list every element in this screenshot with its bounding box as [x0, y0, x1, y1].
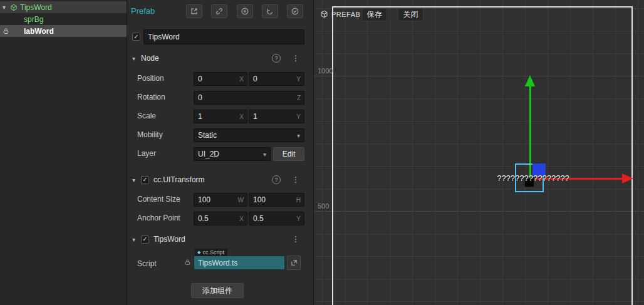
prefab-locate-button[interactable]: [237, 4, 253, 18]
rotation-label: Rotation: [137, 93, 165, 101]
help-icon[interactable]: ?: [272, 175, 281, 184]
tree-item-sprbg[interactable]: sprBg: [0, 13, 127, 25]
script-type-label: cc.Script: [202, 249, 224, 256]
content-size-w-field[interactable]: W: [194, 193, 247, 207]
gizmo-x-arrowhead[interactable]: [622, 173, 633, 184]
asset-diamond-icon: ◆: [197, 250, 200, 255]
unlink-icon: [215, 7, 224, 16]
lock-icon: [184, 259, 191, 267]
scale-label: Scale: [137, 111, 156, 120]
axis-y-suffix: Y: [296, 215, 304, 222]
prefab-badge-label: PREFAB: [331, 11, 360, 18]
content-size-h-field[interactable]: H: [249, 193, 304, 207]
uitransform-enabled-checkbox[interactable]: ✓: [141, 176, 149, 184]
plus-circle-icon: [241, 7, 249, 16]
script-asset-value: TipsWord.ts: [198, 259, 237, 267]
chevron-down-icon[interactable]: ▾: [132, 177, 141, 184]
layer-value: UI_2D: [198, 150, 219, 158]
chevron-down-icon[interactable]: ▾: [3, 4, 10, 11]
prefab-cube-icon: [10, 4, 18, 11]
tree-item-label: labWord: [24, 27, 54, 36]
tipsword-section-title: TipsWord: [153, 235, 185, 244]
tree-item-label: sprBg: [24, 15, 43, 24]
position-x-field[interactable]: X: [194, 72, 247, 86]
chevron-down-icon: ▾: [297, 132, 300, 139]
chevron-down-icon: ▾: [263, 151, 266, 158]
check-icon: ✓: [142, 236, 147, 242]
axis-x-suffix: X: [239, 215, 247, 222]
asset-picker-button[interactable]: [287, 256, 301, 270]
prefab-edit-button[interactable]: [186, 4, 202, 18]
content-size-h-input[interactable]: [249, 195, 296, 204]
select-asset-icon: [290, 259, 298, 267]
help-icon[interactable]: ?: [272, 54, 281, 63]
anchor-y-input[interactable]: [249, 214, 296, 223]
node-active-checkbox[interactable]: ✓: [132, 33, 140, 41]
position-y-input[interactable]: [249, 75, 296, 83]
position-y-field[interactable]: Y: [249, 72, 304, 86]
layer-edit-button[interactable]: Edit: [273, 147, 304, 161]
content-size-label: Content Size: [137, 195, 180, 204]
anchor-x-field[interactable]: X: [194, 212, 247, 225]
tipsword-section-header[interactable]: ▾ ✓ TipsWord ⋮: [127, 232, 313, 246]
menu-dots-icon[interactable]: ⋮: [292, 54, 299, 63]
position-x-input[interactable]: [194, 75, 239, 83]
add-component-button[interactable]: 添加组件: [191, 283, 244, 298]
tree-item-labword[interactable]: labWord: [0, 25, 127, 37]
prefab-unlink-button[interactable]: [211, 4, 227, 18]
tipsword-enabled-checkbox[interactable]: ✓: [141, 235, 149, 244]
inspector-panel: Prefab ✓ ▾ Node ? ⋮ Position: [127, 0, 314, 305]
chevron-down-icon[interactable]: ▾: [132, 236, 141, 243]
labword-scene-text[interactable]: ????????????????: [489, 173, 577, 183]
scale-y-input[interactable]: [249, 112, 296, 121]
prefab-apply-button[interactable]: [287, 4, 303, 18]
uitransform-section-title: cc.UITransform: [153, 175, 205, 184]
scale-y-field[interactable]: Y: [249, 110, 304, 123]
anchor-x-input[interactable]: [194, 214, 239, 223]
hierarchy-panel: ▾ TipsWord sprBg labWord: [0, 0, 127, 305]
axis-z-suffix: Z: [297, 95, 304, 101]
scene-view[interactable]: 1000 500 PREFAB 保存 关闭 ????????????????: [314, 0, 644, 305]
uitransform-section-header[interactable]: ▾ ✓ cc.UITransform ? ⋮: [127, 173, 313, 187]
content-size-w-input[interactable]: [194, 195, 238, 204]
node-section-header[interactable]: ▾ Node ? ⋮: [127, 51, 313, 65]
prefab-section-label: Prefab: [131, 6, 155, 16]
axis-w-suffix: W: [238, 197, 247, 204]
mobility-select[interactable]: Static ▾: [194, 128, 304, 142]
menu-dots-icon[interactable]: ⋮: [292, 235, 299, 244]
ruler-label-500: 500: [318, 202, 329, 210]
scale-x-field[interactable]: X: [194, 110, 247, 123]
layer-select[interactable]: UI_2D ▾: [194, 147, 271, 161]
check-icon: ✓: [133, 34, 138, 40]
canvas-border: [332, 6, 633, 305]
close-button[interactable]: 关闭: [398, 8, 423, 21]
rotation-z-field[interactable]: Z: [194, 91, 304, 105]
node-name-field[interactable]: [143, 29, 304, 44]
script-asset-field[interactable]: TipsWord.ts: [194, 256, 285, 270]
anchor-point-label: Anchor Point: [137, 214, 180, 222]
node-name-input[interactable]: [144, 33, 304, 41]
axis-x-suffix: X: [239, 76, 247, 83]
tree-item-tipsword[interactable]: ▾ TipsWord: [0, 1, 127, 13]
node-section-title: Node: [141, 54, 159, 63]
anchor-y-field[interactable]: Y: [249, 212, 304, 225]
gizmo-y-arrowhead[interactable]: [525, 75, 535, 86]
chevron-down-icon[interactable]: ▾: [132, 55, 141, 62]
lock-icon[interactable]: [3, 28, 9, 34]
add-component-label: 添加组件: [202, 286, 232, 296]
check-icon: ✓: [142, 177, 147, 183]
save-label: 保存: [367, 9, 382, 20]
prefab-revert-button[interactable]: [262, 4, 278, 18]
axis-y-suffix: Y: [296, 76, 304, 83]
script-type-tag: ◆ cc.Script: [195, 249, 227, 256]
layer-label: Layer: [137, 149, 156, 158]
scale-x-input[interactable]: [194, 112, 239, 121]
save-button[interactable]: 保存: [361, 8, 387, 21]
ruler-label-1000: 1000: [318, 67, 333, 75]
menu-dots-icon[interactable]: ⋮: [292, 175, 299, 184]
open-external-icon: [190, 7, 199, 16]
axis-h-suffix: H: [296, 197, 304, 204]
axis-x-suffix: X: [239, 113, 247, 120]
script-label: Script: [137, 259, 157, 268]
rotation-z-input[interactable]: [194, 93, 297, 102]
